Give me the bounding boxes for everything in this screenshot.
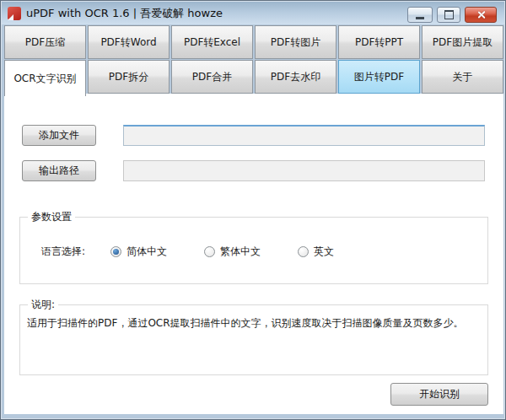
pdf-app-icon [8,7,21,20]
description-groupbox: 说明: 适用于扫描件的PDF，通过OCR提取扫描件中的文字，识别速度取决于扫描图… [19,304,488,375]
description-group-title: 说明: [28,299,58,311]
add-file-button[interactable]: 添加文件 [22,125,96,146]
start-recognition-button[interactable]: 开始识别 [390,383,488,406]
tab-pdf-merge[interactable]: PDF合并 [171,60,253,94]
file-path-input[interactable] [123,125,485,146]
tab-ocr-text-recognition[interactable]: OCR文字识别 [4,60,86,96]
title-bar: uPDF with OCR 1.6 | 吾爱破解 howze [2,2,504,24]
tab-pdf-image-extract[interactable]: PDF图片提取 [422,25,503,59]
window-title: uPDF with OCR 1.6 | 吾爱破解 howze [26,6,223,21]
radio-simplified-chinese[interactable]: 简体中文 [110,245,167,259]
output-path-button[interactable]: 输出路径 [22,160,96,181]
settings-group-title: 参数设置 [28,211,75,223]
tab-pdf-to-word[interactable]: PDF转Word [88,25,170,59]
radio-label: 繁体中文 [220,245,261,259]
radio-label: 英文 [314,245,334,259]
settings-groupbox: 参数设置 语言选择: 简体中文 繁体中文 英文 [19,217,488,284]
window-controls [407,7,497,23]
tab-pdf-to-ppt[interactable]: PDF转PPT [338,25,420,59]
radio-icon [204,246,215,257]
description-text: 适用于扫描件的PDF，通过OCR提取扫描件中的文字，识别速度取决于扫描图像质量及… [27,315,479,331]
maximize-icon [444,10,454,19]
maximize-button[interactable] [437,7,460,23]
tab-about[interactable]: 关于 [422,60,503,94]
minimize-icon [416,17,424,19]
minimize-button[interactable] [407,7,433,23]
ocr-panel: 添加文件 输出路径 参数设置 语言选择: 简体中文 繁体中文 英文 [4,94,503,414]
tab-image-to-pdf[interactable]: 图片转PDF [338,60,420,94]
radio-icon [110,246,121,257]
tab-pdf-split[interactable]: PDF拆分 [88,60,170,94]
radio-english[interactable]: 英文 [298,245,334,259]
tab-pdf-to-image[interactable]: PDF转图片 [255,25,336,59]
radio-traditional-chinese[interactable]: 繁体中文 [204,245,261,259]
language-select-row: 语言选择: 简体中文 繁体中文 英文 [41,245,371,259]
tab-pdf-remove-watermark[interactable]: PDF去水印 [255,60,336,94]
tab-pdf-compress[interactable]: PDF压缩 [4,25,86,59]
radio-icon [298,246,309,257]
close-button[interactable] [465,7,497,23]
close-icon [476,10,486,19]
app-window: uPDF with OCR 1.6 | 吾爱破解 howze PDF压缩 PDF… [0,0,506,420]
tab-row-2: OCR文字识别 PDF拆分 PDF合并 PDF去水印 图片转PDF 关于 [4,60,503,94]
language-label: 语言选择: [41,245,85,259]
radio-label: 简体中文 [126,245,167,259]
output-path-input[interactable] [123,160,485,181]
tab-row-1: PDF压缩 PDF转Word PDF转Excel PDF转图片 PDF转PPT … [4,25,503,59]
tab-pdf-to-excel[interactable]: PDF转Excel [171,25,253,59]
